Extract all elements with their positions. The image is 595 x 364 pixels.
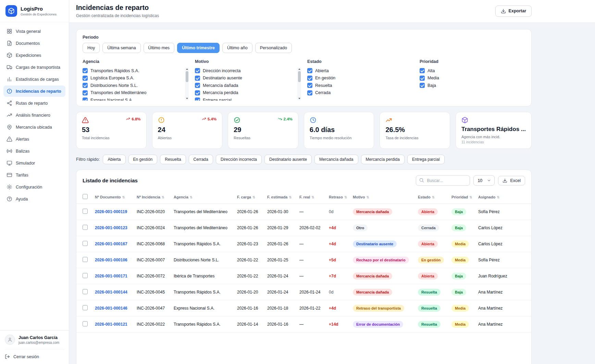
checkbox[interactable] bbox=[83, 98, 88, 101]
sidebar-item-cargas-de-transportista[interactable]: Cargas de transportista bbox=[3, 62, 65, 73]
period-button-personalizado[interactable]: Personalizado bbox=[255, 43, 292, 53]
sidebar-item-vista-general[interactable]: Vista general bbox=[3, 26, 65, 37]
filter-option-en-gestion[interactable]: En gestión bbox=[307, 75, 420, 82]
sidebar-item-simulador[interactable]: Simulador bbox=[3, 157, 65, 169]
sort-icon[interactable]: ⇅ bbox=[311, 195, 314, 199]
document-link[interactable]: 2026-001-000119 bbox=[95, 209, 127, 214]
quick-filter-mercancia-danada[interactable]: Mercancía dañada bbox=[314, 155, 358, 164]
sidebar-item-estadisticas-de-cargas[interactable]: Estadísticas de cargas bbox=[3, 74, 65, 85]
export-button[interactable]: Exportar bbox=[495, 5, 532, 17]
document-link[interactable]: 2026-001-000167 bbox=[95, 242, 127, 246]
checkbox[interactable] bbox=[420, 83, 425, 88]
filter-option-direccion-incorrecta[interactable]: Dirección incorrecta bbox=[195, 67, 295, 75]
checkbox[interactable] bbox=[83, 68, 88, 73]
sort-icon[interactable]: ⇅ bbox=[432, 195, 435, 199]
filter-option-express-nacional-s-a[interactable]: Express Nacional S.A. bbox=[83, 96, 183, 101]
column-header-n-incidencia[interactable]: Nº Incidencia⇅ bbox=[134, 190, 171, 204]
sort-icon[interactable]: ⇅ bbox=[344, 195, 347, 199]
filter-option-cerrada[interactable]: Cerrada bbox=[307, 89, 420, 97]
column-header-f-carga[interactable]: F. carga⇅ bbox=[234, 190, 264, 204]
sort-icon[interactable]: ⇅ bbox=[366, 195, 369, 199]
quick-filter-destinatario-ausente[interactable]: Destinatario ausente bbox=[264, 155, 312, 164]
column-header-agencia[interactable]: Agencia⇅ bbox=[171, 190, 234, 204]
logout-button[interactable]: Cerrar sesión bbox=[5, 349, 64, 359]
sidebar-item-alertas[interactable]: Alertas bbox=[3, 133, 65, 145]
scroll-up-arrow[interactable] bbox=[297, 67, 301, 71]
sidebar-item-expediciones[interactable]: Expediciones bbox=[3, 50, 65, 61]
sidebar-item-incidencias-de-reparto[interactable]: Incidencias de reparto bbox=[3, 86, 65, 97]
sidebar-item-documentos[interactable]: Documentos bbox=[3, 38, 65, 49]
checkbox[interactable] bbox=[83, 90, 88, 95]
column-header-retraso[interactable]: Retraso⇅ bbox=[326, 190, 350, 204]
scroll-down-arrow[interactable] bbox=[185, 97, 189, 100]
column-header-estado[interactable]: Estado⇅ bbox=[415, 190, 449, 204]
document-link[interactable]: 2026-001-000146 bbox=[95, 306, 127, 311]
quick-filter-mercancia-perdida[interactable]: Mercancía perdida bbox=[361, 155, 405, 164]
select-all-checkbox[interactable] bbox=[83, 194, 88, 199]
quick-filter-en-gestion[interactable]: En gestión bbox=[128, 155, 158, 164]
document-link[interactable]: 2026-001-000123 bbox=[95, 225, 127, 230]
checkbox[interactable] bbox=[307, 90, 312, 95]
column-header-asignado[interactable]: Asignado⇅ bbox=[475, 190, 532, 204]
sidebar-item-balizas[interactable]: Balizas bbox=[3, 145, 65, 157]
document-link[interactable]: 2026-001-000171 bbox=[95, 274, 127, 278]
checkbox[interactable] bbox=[307, 68, 312, 73]
sidebar-item-rutas-de-reparto[interactable]: Rutas de reparto bbox=[3, 98, 65, 109]
excel-button[interactable]: Excel bbox=[498, 176, 525, 185]
filter-option-media[interactable]: Media bbox=[420, 75, 525, 82]
row-checkbox[interactable] bbox=[83, 241, 88, 246]
scrollbar[interactable] bbox=[297, 67, 301, 100]
column-header-f-real[interactable]: F. real⇅ bbox=[297, 190, 326, 204]
row-checkbox[interactable] bbox=[83, 209, 88, 214]
scroll-thumb[interactable] bbox=[186, 71, 188, 82]
column-header-prioridad[interactable]: Prioridad⇅ bbox=[449, 190, 475, 204]
sort-icon[interactable]: ⇅ bbox=[252, 195, 255, 199]
row-checkbox[interactable] bbox=[83, 225, 88, 230]
filter-option-mercancia-danada[interactable]: Mercancía dañada bbox=[195, 82, 295, 89]
row-checkbox[interactable] bbox=[83, 305, 88, 310]
filter-option-resuelta[interactable]: Resuelta bbox=[307, 82, 420, 89]
checkbox[interactable] bbox=[307, 76, 312, 81]
filter-option-logistica-europea-s-a[interactable]: Logística Europea S.A. bbox=[83, 75, 183, 82]
period-button-ultimo-ano[interactable]: Último año bbox=[222, 43, 252, 53]
sidebar-item-tarifas[interactable]: Tarifas bbox=[3, 169, 65, 181]
checkbox[interactable] bbox=[83, 76, 88, 81]
period-button-ultimo-trimestre[interactable]: Último trimestre bbox=[177, 43, 220, 53]
checkbox[interactable] bbox=[83, 83, 88, 88]
column-header-f-estimada[interactable]: F. estimada⇅ bbox=[264, 190, 297, 204]
row-checkbox[interactable] bbox=[83, 321, 88, 326]
document-link[interactable]: 2026-001-000106 bbox=[95, 258, 127, 262]
filter-option-abierta[interactable]: Abierta bbox=[307, 67, 420, 75]
checkbox[interactable] bbox=[195, 98, 200, 101]
checkbox[interactable] bbox=[420, 68, 425, 73]
quick-filter-resuelta[interactable]: Resuelta bbox=[160, 155, 186, 164]
checkbox[interactable] bbox=[307, 83, 312, 88]
page-size-select[interactable]: 10 bbox=[473, 175, 495, 186]
quick-filter-entrega-parcial[interactable]: Entrega parcial bbox=[407, 155, 445, 164]
column-header-motivo[interactable]: Motivo⇅ bbox=[350, 190, 415, 204]
filter-option-mercancia-perdida[interactable]: Mercancía perdida bbox=[195, 89, 295, 97]
column-header-n-documento[interactable]: Nº Documento⇅ bbox=[92, 190, 134, 204]
quick-filter-abierta[interactable]: Abierta bbox=[103, 155, 125, 164]
sidebar-item-mercancia-ubicada[interactable]: Mercancía ubicada bbox=[3, 121, 65, 133]
scroll-up-arrow[interactable] bbox=[185, 67, 189, 71]
sidebar-item-configuracion[interactable]: Configuración bbox=[3, 181, 65, 193]
quick-filter-direccion-incorrecta[interactable]: Dirección incorrecta bbox=[216, 155, 262, 164]
row-checkbox[interactable] bbox=[83, 273, 88, 278]
scrollbar[interactable] bbox=[185, 67, 189, 100]
period-button-ultimo-mes[interactable]: Último mes bbox=[144, 43, 175, 53]
period-button-ultima-semana[interactable]: Última semana bbox=[102, 43, 140, 53]
sort-icon[interactable]: ⇅ bbox=[497, 195, 499, 199]
document-link[interactable]: 2026-001-000144 bbox=[95, 290, 127, 295]
sort-icon[interactable]: ⇅ bbox=[190, 195, 193, 199]
scroll-down-arrow[interactable] bbox=[297, 97, 301, 100]
document-link[interactable]: 2026-001-000121 bbox=[95, 322, 127, 327]
filter-option-transportes-rapidos-s-a[interactable]: Transportes Rápidos S.A. bbox=[83, 67, 183, 75]
quick-filter-cerrada[interactable]: Cerrada bbox=[189, 155, 213, 164]
row-checkbox[interactable] bbox=[83, 257, 88, 262]
filter-option-destinatario-ausente[interactable]: Destinatario ausente bbox=[195, 75, 295, 82]
sort-icon[interactable]: ⇅ bbox=[122, 195, 125, 199]
filter-option-entrega-parcial[interactable]: Entrega parcial bbox=[195, 96, 295, 101]
row-checkbox[interactable] bbox=[83, 289, 88, 294]
filter-option-distribuciones-norte-s-l[interactable]: Distribuciones Norte S.L. bbox=[83, 82, 183, 89]
